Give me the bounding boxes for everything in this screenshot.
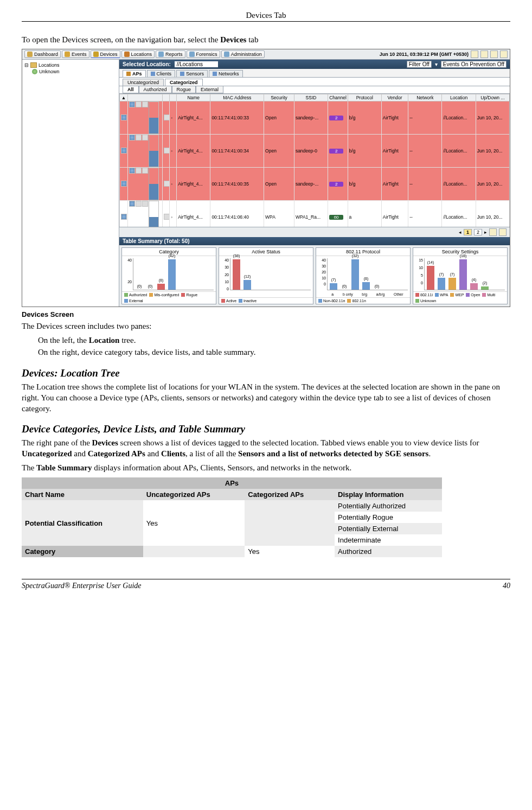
toolbar-mini-2[interactable] — [480, 50, 488, 58]
pager-next[interactable]: ▸ — [484, 229, 487, 235]
tag-icon — [142, 101, 148, 107]
tab-clients[interactable]: Clients — [147, 70, 176, 77]
filter-off-chip[interactable]: Filter Off — [407, 61, 432, 68]
tab-label: Clients — [157, 71, 172, 76]
nav-dashboard[interactable]: Dashboard — [24, 50, 61, 58]
tab-sensors[interactable]: Sensors — [176, 70, 208, 77]
chart-legend: ActiveInactive — [219, 297, 313, 304]
subtab-rogue[interactable]: Rogue — [172, 86, 196, 93]
tab-aps[interactable]: APs — [123, 70, 146, 77]
admin-icon — [224, 52, 229, 57]
tab-categorized[interactable]: Categorized — [165, 79, 203, 86]
table-row[interactable]: ◦AirTight_4...00:11:74:41:00:34Opensande… — [120, 135, 510, 168]
nav-label: Administration — [231, 52, 262, 57]
tag-icon — [142, 135, 148, 141]
col-network[interactable]: Network — [408, 94, 442, 101]
col-blank3[interactable] — [170, 94, 177, 101]
ap-icon — [126, 72, 131, 76]
funnel-icon[interactable]: ▾ — [435, 61, 438, 67]
tag-icon — [142, 201, 148, 207]
events-prevention-chip[interactable]: Events On Prevention Off — [441, 61, 507, 68]
col-vendor[interactable]: Vendor — [381, 94, 408, 101]
wifi-icon — [129, 135, 135, 141]
col-blank2[interactable] — [163, 94, 170, 101]
col-updown[interactable]: Up/Down ... — [476, 94, 509, 101]
table-header-row: ▲ Name MAC Address Security SSID Channel… — [120, 94, 510, 101]
li-bold: Location — [89, 336, 120, 345]
subtab-external[interactable]: External — [196, 86, 223, 93]
aps-col-chartname: Chart Name — [22, 489, 143, 500]
subtab-all[interactable]: All — [123, 86, 139, 93]
network-icon — [213, 72, 217, 76]
nav-forensics[interactable]: Forensics — [187, 50, 220, 58]
col-blank[interactable]: ▲ — [120, 94, 128, 101]
intro-bold: Devices — [220, 35, 246, 44]
col-protocol[interactable]: Protocol — [348, 94, 381, 101]
pager-prev[interactable]: ◂ — [459, 229, 462, 235]
pager-page-1[interactable]: 1 — [464, 229, 472, 235]
table-row[interactable]: ◦AirTight_4...00:11:74:41:00:35Opensande… — [120, 168, 510, 201]
nav-administration[interactable]: Administration — [221, 50, 265, 58]
tree-root[interactable]: ⊟ Locations — [24, 62, 117, 68]
col-name[interactable]: Name — [177, 94, 210, 101]
table-row[interactable]: ◦AirTight_4...00:11:74:41:00:33Opensande… — [120, 101, 510, 135]
pager-opt-1[interactable] — [489, 228, 497, 236]
footer-page-number: 40 — [503, 582, 510, 590]
panes-list: On the left, the Location tree. On the r… — [38, 335, 510, 359]
app-toolbar: Dashboard Events Devices Locations Repor… — [22, 49, 510, 60]
col-mac[interactable]: MAC Address — [210, 94, 264, 101]
toolbar-left: Dashboard Events Devices Locations Repor… — [24, 50, 265, 58]
toolbar-mini-3[interactable] — [490, 50, 498, 58]
col-security[interactable]: Security — [264, 94, 294, 101]
chart-box: Active Status403020100(38)(12)ActiveInac… — [219, 247, 313, 304]
aps-potential-label: Potential Classification — [22, 500, 143, 546]
t: , a list of all the — [185, 449, 238, 458]
wifi-icon — [129, 201, 135, 207]
pager-opt-2[interactable] — [499, 228, 507, 236]
toolbar-mini-1[interactable] — [471, 50, 478, 58]
tree-child[interactable]: Unknown — [24, 68, 117, 75]
flag-icon — [164, 214, 169, 220]
tab-networks[interactable]: Networks — [209, 70, 243, 77]
col-ssid[interactable]: SSID — [294, 94, 328, 101]
chart-bar: (14) — [427, 266, 434, 290]
tab-uncategorized[interactable]: Uncategorized — [123, 79, 164, 86]
charts-row: Category4020(0)(0)(8)(42)AuthorizedMis-c… — [119, 245, 510, 307]
forensics-icon — [189, 52, 195, 57]
dashboard-icon — [27, 52, 33, 57]
toolbar-mini-4[interactable] — [500, 50, 508, 58]
pager-bar: ◂ 1 2 ▸ — [119, 227, 510, 237]
pager-page-2[interactable]: 2 — [474, 229, 482, 235]
t: The right pane of the — [22, 438, 92, 447]
status-icon — [121, 214, 127, 220]
wifi-icon — [129, 101, 135, 107]
category-tabs: Uncategorized Categorized — [119, 78, 510, 86]
tab-label: Sensors — [186, 71, 204, 76]
signal-icon — [149, 168, 159, 200]
col-channel[interactable]: Channel — [328, 94, 348, 101]
t: and — [72, 449, 87, 458]
table-row[interactable]: ◦AirTight_4...00:11:74:41:06:40WPAWPA1_R… — [120, 201, 510, 227]
aps-title: APs — [22, 477, 442, 489]
device-table: ▲ Name MAC Address Security SSID Channel… — [119, 94, 510, 227]
tree-child-label: Unknown — [39, 69, 60, 74]
aps-disp-row: Potentially Rogue — [335, 512, 442, 523]
events-icon — [65, 52, 70, 57]
aps-cat-yes: Yes — [245, 546, 335, 557]
clock-text: Jun 10 2011, 03:39:12 PM (GMT +0530) — [380, 52, 469, 57]
subtab-authorized[interactable]: Authorized — [139, 86, 172, 93]
nav-events[interactable]: Events — [62, 50, 89, 58]
aps-disp-row: Indeterminate — [335, 534, 442, 546]
nav-devices[interactable]: Devices — [91, 50, 120, 58]
device-type-tabs: APs Clients Sensors Networks — [119, 69, 510, 78]
nav-locations[interactable]: Locations — [121, 50, 155, 58]
t: Categorized APs — [88, 449, 145, 458]
col-icons[interactable] — [128, 94, 163, 101]
aps-col-disp: Display Information — [335, 489, 442, 500]
col-location[interactable]: Location — [442, 94, 476, 101]
nav-reports[interactable]: Reports — [156, 50, 185, 58]
t: Table Summary — [36, 463, 92, 472]
chart-bar: (7) — [330, 283, 337, 290]
chart-legend: AuthorizedMis-configuredRogueExternal — [122, 291, 216, 304]
t: Sensors and a list of networks detected … — [238, 449, 428, 458]
